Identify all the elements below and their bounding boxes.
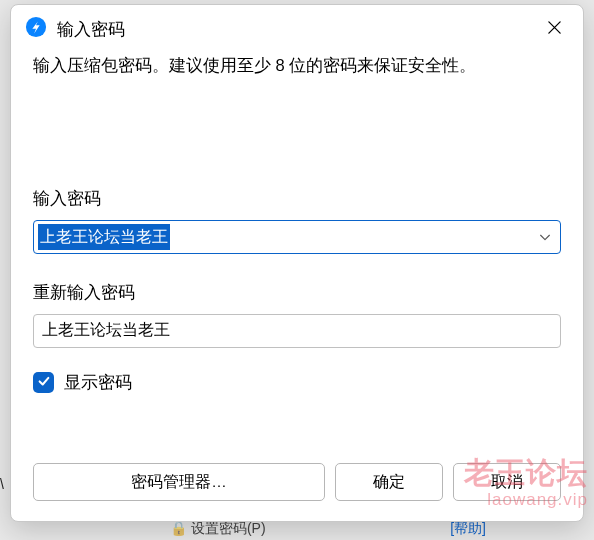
background-fragment-left: \ [0, 476, 4, 492]
cancel-button[interactable]: 取消 [453, 463, 561, 501]
instruction-text: 输入压缩包密码。建议使用至少 8 位的密码来保证安全性。 [33, 53, 561, 78]
password-combo[interactable]: 上老王论坛当老王 [33, 220, 561, 254]
checkmark-icon [37, 374, 51, 392]
close-icon [547, 20, 562, 39]
password-value-selected: 上老王论坛当老王 [38, 224, 170, 250]
show-password-row[interactable]: 显示密码 [33, 372, 561, 394]
password-dialog: 输入密码 输入压缩包密码。建议使用至少 8 位的密码来保证安全性。 输入密码 上… [10, 4, 584, 522]
background-fragment-help: [帮助] [450, 520, 486, 538]
password-manager-button[interactable]: 密码管理器… [33, 463, 325, 501]
show-password-label: 显示密码 [64, 372, 132, 394]
confirm-password-label: 重新输入密码 [33, 282, 561, 304]
ok-button[interactable]: 确定 [335, 463, 443, 501]
chevron-down-icon [538, 230, 552, 244]
title-bar: 输入密码 [11, 5, 583, 49]
app-icon [25, 16, 47, 42]
password-label: 输入密码 [33, 188, 561, 210]
confirm-password-input[interactable] [33, 314, 561, 348]
dialog-body: 输入压缩包密码。建议使用至少 8 位的密码来保证安全性。 输入密码 上老王论坛当… [11, 49, 583, 463]
button-row: 密码管理器… 确定 取消 [11, 463, 583, 521]
show-password-checkbox[interactable] [33, 372, 54, 393]
background-fragment-menu: 🔒 设置密码(P) [170, 520, 266, 538]
dialog-title: 输入密码 [57, 18, 527, 41]
close-button[interactable] [537, 15, 571, 43]
